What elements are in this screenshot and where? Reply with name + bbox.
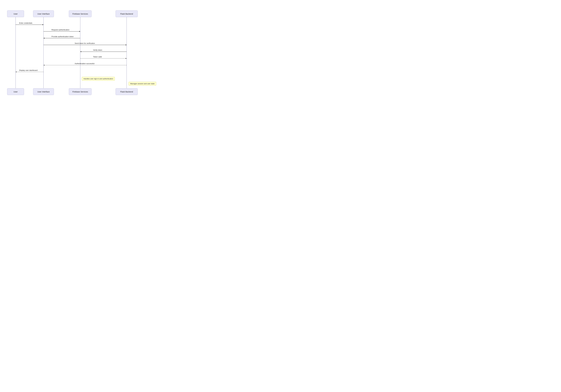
note-note2: Manages session and user state	[129, 82, 156, 85]
actor-user: User	[7, 11, 24, 17]
msg-label-msg2: Request authentication	[52, 29, 69, 31]
msg-label-msg4: Send token for verification	[75, 42, 95, 44]
svg-marker-7	[79, 31, 80, 32]
actor-flask: Flask Backend	[116, 11, 138, 17]
actor-bottom-user_b: User	[7, 88, 24, 95]
svg-marker-13	[80, 51, 81, 52]
svg-marker-5	[43, 24, 43, 25]
actor-bottom-firebase_b: Firebase Services	[69, 88, 92, 95]
msg-label-msg5: Verify token	[93, 49, 102, 51]
svg-marker-19	[16, 71, 17, 73]
sequence-diagram: UserUser InterfaceFirebase ServicesFlask…	[0, 0, 169, 104]
actor-bottom-ui_b: User Interface	[33, 88, 54, 95]
svg-marker-17	[43, 65, 44, 66]
actor-ui: User Interface	[33, 11, 54, 17]
msg-label-msg8: Display user dashboard	[19, 69, 38, 71]
msg-label-msg6: Token valid	[93, 56, 102, 58]
msg-label-msg7: Authentication successful	[75, 63, 94, 64]
svg-marker-15	[126, 58, 127, 59]
msg-label-msg3: Provide authentication token	[52, 36, 74, 38]
note-note1: Handles user sign-in and authentication	[82, 77, 115, 81]
svg-marker-9	[43, 38, 44, 39]
msg-label-msg1: Enter credentials	[19, 22, 32, 24]
svg-marker-11	[126, 44, 127, 45]
actor-bottom-flask_b: Flask Backend	[116, 88, 138, 95]
actor-firebase: Firebase Services	[69, 11, 92, 17]
